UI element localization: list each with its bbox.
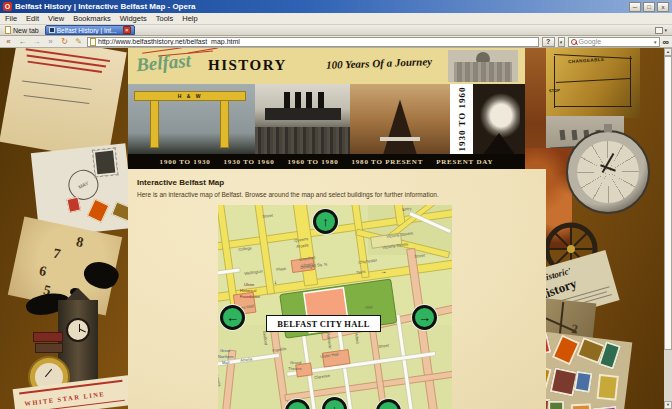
- down-arrow-icon: ↓: [331, 403, 338, 409]
- rewind-icon[interactable]: «: [3, 37, 14, 47]
- street-label: Bedford: [262, 331, 268, 345]
- street-label: Great: [220, 349, 230, 353]
- menu-bar: FileEditViewBookmarksWidgetsToolsHelp: [0, 13, 672, 25]
- new-tab-page-icon: [5, 26, 11, 34]
- era-nav-item-2[interactable]: 1960 TO 1980: [288, 158, 339, 166]
- pocket-watch-large: [566, 130, 650, 214]
- red-scribble: [188, 48, 218, 54]
- sepia-chart-collage: CHANGEABLE STOP: [546, 48, 640, 118]
- minimize-button-icon[interactable]: ─: [629, 2, 641, 12]
- chart-word2: STOP: [549, 88, 560, 94]
- page-title: Interactive Belfast Map: [137, 178, 224, 187]
- back-icon[interactable]: ←: [17, 37, 28, 47]
- logo-history: HISTORY: [208, 57, 287, 74]
- photo-titanic-crowd[interactable]: [255, 84, 350, 154]
- stamp-icon: [552, 334, 580, 365]
- era-nav-bar: 1900 TO 19301930 TO 19601960 TO 19801980…: [128, 154, 525, 169]
- page-scrollbar[interactable]: ▲ ▼: [664, 48, 672, 409]
- close-button-icon[interactable]: x: [657, 2, 669, 12]
- map-pan-left-button[interactable]: ←: [220, 305, 245, 330]
- stamp-icon: [574, 371, 593, 393]
- panel-toggle-button[interactable]: ▾: [652, 27, 670, 34]
- search-dropdown-icon[interactable]: ▾: [654, 39, 657, 45]
- era-nav-item-0[interactable]: 1900 TO 1930: [160, 158, 211, 166]
- old-books: [33, 332, 63, 356]
- postage-stamp-icon: [93, 148, 118, 176]
- menu-edit[interactable]: Edit: [26, 14, 39, 23]
- logo-tagline: 100 Years Of a Journey: [326, 55, 432, 71]
- street-label: Alfred: [354, 333, 359, 344]
- photo-belfast-blitz[interactable]: [473, 84, 525, 154]
- era-strip-1930-1960[interactable]: 1930 TO 1960: [450, 84, 473, 154]
- era-nav-item-1[interactable]: 1930 TO 1960: [224, 158, 275, 166]
- street-label: Northern: [218, 355, 234, 359]
- address-page-icon: [90, 38, 96, 46]
- menu-help[interactable]: Help: [182, 14, 197, 23]
- search-input[interactable]: Google ▾: [568, 37, 660, 47]
- city-hall-label[interactable]: BELFAST CITY HALL: [266, 315, 381, 332]
- wand-icon[interactable]: ✎: [73, 37, 84, 47]
- tab-label: Belfast History | Int...: [57, 27, 121, 34]
- city-hall-thumbnail: [448, 50, 518, 82]
- logo-belfast: Belfast: [135, 50, 192, 77]
- tab-belfast-history[interactable]: Belfast History | Int... ×: [45, 25, 135, 35]
- tab-close-icon[interactable]: ×: [123, 26, 131, 34]
- address-bar[interactable]: http://www.belfasthistory.net/belfast_ma…: [87, 37, 539, 47]
- fast-forward-icon[interactable]: »: [45, 37, 56, 47]
- scrollbar-thumb[interactable]: [664, 56, 672, 350]
- forward-icon[interactable]: →: [31, 37, 42, 47]
- menu-tools[interactable]: Tools: [156, 14, 174, 23]
- window-controls: ─ □ x: [629, 2, 669, 12]
- map-pan-right-button[interactable]: →: [412, 305, 437, 330]
- menu-view[interactable]: View: [48, 14, 64, 23]
- map-pan-up-button[interactable]: ↑: [313, 209, 338, 234]
- right-arrow-icon: →: [418, 311, 431, 324]
- new-tab-button[interactable]: New tab: [2, 25, 42, 35]
- maximize-button-icon[interactable]: □: [643, 2, 655, 12]
- scroll-down-icon[interactable]: ▼: [664, 401, 672, 409]
- street-label: Grand: [290, 361, 301, 365]
- photo-titanic-bow[interactable]: [350, 84, 450, 154]
- street-label: ↓: [274, 279, 277, 285]
- crane-hw-label: H & W: [178, 93, 203, 99]
- photo-harland-wolff-crane[interactable]: H & W: [128, 84, 255, 154]
- tower-clock-icon: [66, 318, 90, 342]
- page-body: Interactive Belfast Map Here is an inter…: [128, 169, 546, 409]
- street-label: Mall: [222, 361, 229, 365]
- interactive-map[interactable]: StreetEntryVictoria SquareVictoria Centr…: [218, 205, 452, 409]
- new-tab-label: New tab: [13, 27, 39, 34]
- panel-icon: [655, 27, 663, 34]
- opera-logo-icon: O: [3, 2, 12, 11]
- fit-to-width-icon[interactable]: ∞: [663, 37, 669, 47]
- street-label: Adelaide: [326, 333, 332, 349]
- old-ticket-collage: [0, 48, 127, 161]
- search-icon: [571, 39, 577, 45]
- stamp-icon: [87, 199, 110, 223]
- reload-icon[interactable]: ↻: [59, 37, 70, 47]
- era-nav-item-3[interactable]: 1980 TO PRESENT: [352, 158, 424, 166]
- stamp-icon: [593, 406, 619, 409]
- page-viewport: MAY 87 65 WHITE STAR LINE: [0, 48, 672, 409]
- menu-bookmarks[interactable]: Bookmarks: [73, 14, 111, 23]
- street-label: Historical: [240, 289, 256, 293]
- window-title: Belfast History | Interactive Belfast Ma…: [15, 2, 626, 11]
- site-header: Belfast HISTORY 100 Years Of a Journey: [128, 48, 525, 84]
- panel-dropdown-icon: ▾: [664, 27, 667, 33]
- street-label: Ulster: [244, 283, 254, 287]
- era-photo-strip: H & W 1930 TO 1960: [128, 84, 525, 154]
- site-content-column: Belfast HISTORY 100 Years Of a Journey H…: [128, 48, 546, 409]
- era-nav-item-4[interactable]: PRESENT DAY: [436, 158, 493, 166]
- street-label: Theatre: [288, 367, 302, 371]
- page-intro-text: Here is an interactive map of Belfast. B…: [137, 191, 527, 198]
- street-label: Foundation: [240, 295, 260, 299]
- chart-word: CHANGEABLE: [568, 57, 605, 65]
- menu-widgets[interactable]: Widgets: [120, 14, 147, 23]
- menu-file[interactable]: File: [5, 14, 17, 23]
- stamp-icon: [596, 374, 619, 401]
- city-hall-label-text: BELFAST CITY HALL: [277, 319, 369, 329]
- navigation-toolbar: « ← → » ↻ ✎ http://www.belfasthistory.ne…: [0, 36, 672, 48]
- help-dropdown-icon[interactable]: ▾: [558, 37, 565, 47]
- scroll-up-icon[interactable]: ▲: [664, 48, 672, 56]
- help-button[interactable]: ?: [542, 37, 555, 47]
- url-text: http://www.belfasthistory.net/belfast_ma…: [98, 38, 240, 45]
